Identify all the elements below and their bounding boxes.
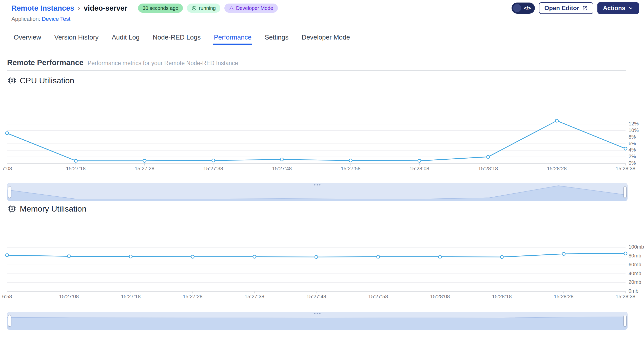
application-label: Application:	[11, 16, 40, 22]
page-title: Remote Performance	[7, 58, 84, 67]
developer-mode-badge-text: Developer Mode	[236, 5, 273, 11]
svg-text:15:27:28: 15:27:28	[135, 166, 154, 171]
memory-section-header: Memory Utilisation	[8, 203, 86, 214]
beaker-icon	[229, 6, 234, 11]
breadcrumb-remote-instances-link[interactable]: Remote Instances	[11, 4, 74, 12]
svg-text:15:27:08: 15:27:08	[59, 294, 79, 299]
svg-text:15:27:58: 15:27:58	[368, 294, 388, 299]
cpu-range-handle-right[interactable]	[623, 186, 627, 198]
running-status-badge: running	[187, 4, 220, 13]
svg-text:100mb: 100mb	[629, 244, 644, 250]
memory-range-grip[interactable]	[314, 313, 321, 314]
memory-section-title: Memory Utilisation	[20, 204, 86, 214]
tab-performance[interactable]: Performance	[213, 30, 252, 45]
svg-text:20mb: 20mb	[629, 279, 641, 285]
svg-text:4%: 4%	[629, 147, 636, 153]
cpu-chip-icon	[8, 204, 16, 213]
external-link-icon	[582, 5, 588, 11]
memory-range-handle-left[interactable]	[8, 315, 11, 327]
cpu-range-minichart	[7, 183, 627, 201]
header: Remote Instances › video-server 30 secon…	[11, 2, 639, 14]
developer-mode-toggle[interactable]: </>	[512, 3, 535, 14]
cpu-utilisation-chart[interactable]: 0%2%4%6%8%10%12%7:0815:27:1815:27:2815:2…	[0, 114, 644, 176]
chevron-down-icon	[628, 6, 633, 11]
toggle-knob	[513, 4, 521, 12]
title-divider	[7, 70, 626, 71]
memory-chart-range-selector[interactable]	[7, 312, 628, 330]
svg-text:15:28:08: 15:28:08	[409, 166, 429, 171]
application-row: Application: Device Test	[11, 16, 70, 22]
header-actions: </> Open Editor Actions	[512, 2, 639, 14]
tab-overview[interactable]: Overview	[13, 30, 42, 45]
svg-text:15:27:38: 15:27:38	[203, 166, 223, 171]
svg-text:15:28:08: 15:28:08	[430, 294, 450, 299]
cpu-section-title: CPU Utilisation	[20, 76, 74, 85]
page-title-row: Remote Performance Performance metrics f…	[7, 58, 238, 67]
svg-text:15:27:48: 15:27:48	[306, 294, 326, 299]
svg-text:15:27:18: 15:27:18	[66, 166, 86, 171]
play-circle-icon	[191, 6, 197, 11]
svg-text:15:27:48: 15:27:48	[272, 166, 292, 171]
svg-text:60mb: 60mb	[629, 262, 641, 267]
svg-text:6:58: 6:58	[2, 294, 12, 299]
memory-range-minichart	[7, 312, 627, 330]
svg-text:15:28:38: 15:28:38	[616, 294, 635, 299]
svg-text:80mb: 80mb	[629, 253, 641, 258]
svg-text:40mb: 40mb	[629, 271, 641, 276]
svg-text:15:28:18: 15:28:18	[492, 294, 512, 299]
tab-audit-log[interactable]: Audit Log	[111, 30, 140, 45]
breadcrumb: Remote Instances › video-server	[11, 4, 127, 12]
svg-text:15:27:38: 15:27:38	[245, 294, 264, 299]
last-seen-text: 30 seconds ago	[143, 5, 178, 11]
cpu-chart-range-selector[interactable]	[7, 183, 628, 201]
open-editor-button[interactable]: Open Editor	[539, 2, 593, 14]
actions-label: Actions	[603, 5, 625, 12]
tab-settings[interactable]: Settings	[264, 30, 289, 45]
status-badges: 30 seconds ago running Developer Mode	[138, 4, 278, 13]
svg-text:10%: 10%	[629, 127, 639, 133]
tab-node-red-logs[interactable]: Node-RED Logs	[152, 30, 201, 45]
svg-text:12%: 12%	[629, 121, 639, 126]
svg-text:7:08: 7:08	[2, 166, 12, 171]
cpu-chip-icon	[8, 76, 16, 85]
cpu-range-grip[interactable]	[314, 184, 321, 185]
cpu-range-handle-left[interactable]	[8, 186, 11, 198]
last-seen-badge: 30 seconds ago	[138, 4, 183, 13]
svg-text:15:27:18: 15:27:18	[121, 294, 141, 299]
open-editor-label: Open Editor	[544, 5, 579, 12]
svg-text:6%: 6%	[629, 141, 636, 146]
svg-text:15:27:58: 15:27:58	[341, 166, 361, 171]
actions-button[interactable]: Actions	[597, 2, 639, 14]
running-status-text: running	[199, 5, 216, 11]
svg-text:2%: 2%	[629, 154, 636, 159]
svg-text:0%: 0%	[629, 160, 636, 166]
developer-mode-badge: Developer Mode	[224, 4, 278, 13]
svg-text:15:28:38: 15:28:38	[616, 166, 635, 171]
tab-bar: Overview Version History Audit Log Node-…	[0, 30, 644, 45]
tab-developer-mode[interactable]: Developer Mode	[301, 30, 350, 45]
page-subtitle: Performance metrics for your Remote Node…	[88, 60, 238, 67]
app-window: Remote Instances › video-server 30 secon…	[0, 0, 644, 338]
application-link[interactable]: Device Test	[42, 16, 70, 22]
memory-range-handle-right[interactable]	[623, 315, 627, 327]
svg-text:15:28:28: 15:28:28	[554, 294, 574, 299]
breadcrumb-instance-name: video-server	[84, 4, 128, 12]
memory-utilisation-chart[interactable]: 0mb20mb40mb60mb80mb100mb6:5815:27:0815:2…	[0, 238, 644, 304]
svg-text:8%: 8%	[629, 134, 636, 140]
code-icon: </>	[524, 5, 531, 11]
svg-text:0mb: 0mb	[629, 288, 638, 294]
cpu-section-header: CPU Utilisation	[8, 75, 74, 86]
svg-text:15:27:28: 15:27:28	[183, 294, 203, 299]
svg-text:15:28:28: 15:28:28	[547, 166, 567, 171]
svg-text:15:28:18: 15:28:18	[478, 166, 498, 171]
breadcrumb-separator: ›	[78, 4, 80, 12]
tab-version-history[interactable]: Version History	[54, 30, 99, 45]
